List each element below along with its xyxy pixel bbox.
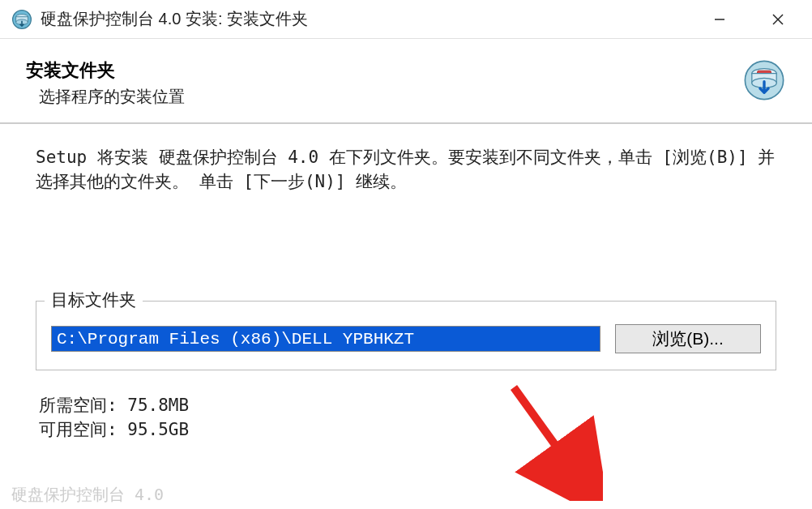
header-section: 安装文件夹 选择程序的安装位置 [0,39,812,124]
minimize-button[interactable] [690,3,749,36]
required-space-label: 所需空间: [39,396,127,415]
install-path-input[interactable]: C:\Program Files (x86)\DELL YPBHKZT [51,326,600,352]
window-controls [690,3,807,36]
app-icon [11,9,32,30]
available-space-row: 可用空间: 95.5GB [39,417,776,442]
required-space-row: 所需空间: 75.8MB [39,393,776,417]
target-folder-row: C:\Program Files (x86)\DELL YPBHKZT 浏览(B… [51,324,761,353]
titlebar: 硬盘保护控制台 4.0 安装: 安装文件夹 [0,0,812,39]
browse-button[interactable]: 浏览(B)... [615,324,761,353]
minimize-icon [714,14,725,25]
footer-brand-text: 硬盘保护控制台 4.0 [11,484,164,506]
window-title: 硬盘保护控制台 4.0 安装: 安装文件夹 [41,8,690,30]
target-folder-label: 目标文件夹 [45,289,143,311]
header-subheading: 选择程序的安装位置 [39,86,185,108]
close-icon [771,13,784,26]
header-text: 安装文件夹 选择程序的安装位置 [26,58,185,108]
close-button[interactable] [749,3,807,36]
space-info: 所需空间: 75.8MB 可用空间: 95.5GB [39,393,776,442]
content-area: Setup 将安装 硬盘保护控制台 4.0 在下列文件夹。要安装到不同文件夹，单… [0,124,812,442]
header-heading: 安装文件夹 [26,58,185,83]
available-space-label: 可用空间: [39,420,127,439]
available-space-value: 95.5GB [127,420,189,439]
target-folder-group: 目标文件夹 C:\Program Files (x86)\DELL YPBHKZ… [36,301,776,370]
instructions-text: Setup 将安装 硬盘保护控制台 4.0 在下列文件夹。要安装到不同文件夹，单… [36,145,776,194]
required-space-value: 75.8MB [127,396,189,415]
installer-logo-icon [742,58,786,102]
